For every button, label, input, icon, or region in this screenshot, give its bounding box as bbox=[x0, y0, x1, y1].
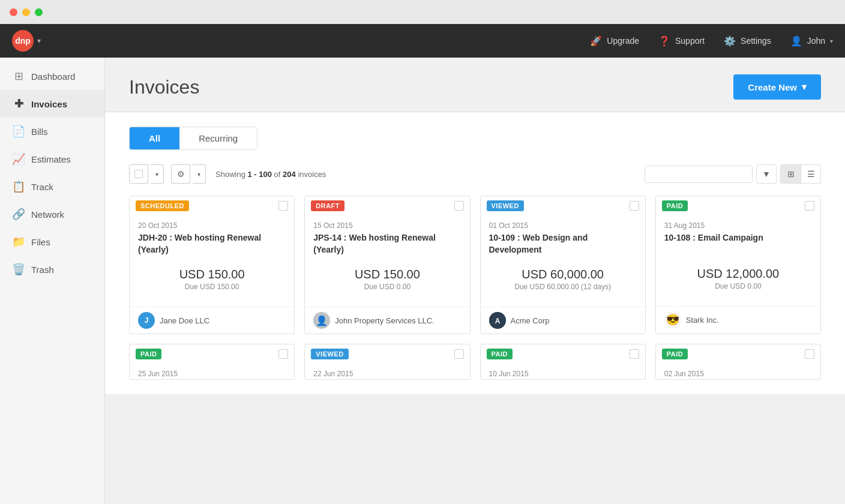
card-title-0: JDH-20 : Web hosting Renewal (Yearly) bbox=[138, 232, 286, 256]
sidebar-item-files[interactable]: 📁 Files bbox=[0, 228, 104, 256]
upgrade-label: Upgrade bbox=[607, 36, 639, 46]
invoice-card-2: VIEWED 01 Oct 2015 10-109 : Web Design a… bbox=[480, 196, 646, 334]
sidebar-label-invoices: Invoices bbox=[31, 99, 67, 109]
card-date-3: 31 Aug 2015 bbox=[664, 221, 812, 230]
create-new-button[interactable]: Create New ▾ bbox=[733, 74, 821, 100]
card-checkbox-bottom-3[interactable] bbox=[805, 349, 814, 359]
card-body-3: 31 Aug 2015 10-108 : Email Campaign USD … bbox=[656, 215, 820, 306]
sidebar-item-network[interactable]: 🔗 Network bbox=[0, 200, 104, 228]
support-nav-item[interactable]: ❓ Support bbox=[658, 35, 705, 47]
gear-icon: ⚙️ bbox=[724, 35, 736, 47]
content-area: Invoices Create New ▾ All Recurring ▾ bbox=[105, 58, 845, 504]
status-badge-2: VIEWED bbox=[487, 200, 524, 211]
client-avatar-1: 👤 bbox=[313, 312, 330, 329]
estimates-icon: 📈 bbox=[12, 152, 25, 166]
status-badge-0: SCHEDULED bbox=[136, 200, 189, 211]
checkbox-icon bbox=[134, 170, 143, 178]
card-header-bottom-0: PAID bbox=[130, 344, 294, 364]
client-name-2: Acme Corp bbox=[511, 316, 550, 325]
select-chevron-button[interactable]: ▾ bbox=[151, 164, 164, 184]
card-header-0: SCHEDULED bbox=[130, 196, 294, 215]
card-header-1: DRAFT bbox=[305, 196, 469, 215]
list-view-button[interactable]: ☰ bbox=[801, 164, 821, 184]
card-footer-1: 👤 John Property Services LLC. bbox=[305, 307, 469, 334]
card-header-bottom-1: VIEWED bbox=[305, 344, 469, 364]
bills-icon: 📄 bbox=[12, 125, 25, 138]
settings-label: Settings bbox=[741, 36, 771, 46]
search-input[interactable] bbox=[651, 170, 752, 179]
select-controls: ▾ ⚙ ▾ bbox=[129, 164, 206, 184]
title-bar bbox=[0, 0, 845, 24]
maximize-button[interactable] bbox=[35, 8, 43, 16]
sidebar-label-trash: Trash bbox=[31, 265, 54, 275]
filter-button[interactable]: ▼ bbox=[756, 164, 777, 184]
select-checkbox[interactable] bbox=[129, 164, 148, 184]
invoice-grid: SCHEDULED 20 Oct 2015 JDH-20 : Web hosti… bbox=[129, 196, 821, 334]
invoice-card-0: SCHEDULED 20 Oct 2015 JDH-20 : Web hosti… bbox=[129, 196, 295, 334]
sidebar-label-estimates: Estimates bbox=[31, 154, 71, 164]
card-checkbox-bottom-2[interactable] bbox=[630, 349, 639, 359]
sidebar-item-dashboard[interactable]: ⊞ Dashboard bbox=[0, 62, 104, 90]
card-amount-3: USD 12,000.00 bbox=[664, 267, 812, 281]
minimize-button[interactable] bbox=[22, 8, 30, 16]
sidebar-label-track: Track bbox=[31, 182, 53, 192]
tab-all[interactable]: All bbox=[130, 127, 179, 149]
card-footer-3: 😎 Stark Inc. bbox=[656, 306, 820, 333]
sidebar-label-bills: Bills bbox=[31, 127, 48, 137]
card-checkbox-2[interactable] bbox=[630, 201, 639, 211]
bulk-action-button[interactable]: ⚙ bbox=[171, 164, 190, 184]
track-icon: 📋 bbox=[12, 180, 25, 193]
invoice-card-bottom-0: PAID 25 Jun 2015 bbox=[129, 344, 295, 380]
client-avatar-0: J bbox=[138, 312, 155, 329]
filter-icon: ▼ bbox=[762, 169, 771, 179]
card-title-3: 10-108 : Email Campaign bbox=[664, 232, 812, 255]
sidebar-item-estimates[interactable]: 📈 Estimates bbox=[0, 145, 104, 173]
bulk-action-chevron[interactable]: ▾ bbox=[193, 164, 206, 184]
support-label: Support bbox=[675, 36, 705, 46]
card-header-3: PAID bbox=[656, 196, 820, 215]
search-container: 🔍 bbox=[645, 166, 753, 183]
close-button[interactable] bbox=[10, 8, 17, 16]
card-date-0: 20 Oct 2015 bbox=[138, 221, 286, 230]
card-body-1: 15 Oct 2015 JPS-14 : Web hosting Renewal… bbox=[305, 215, 469, 307]
card-due-2: Due USD 60,000.00 (12 days) bbox=[489, 283, 637, 291]
question-icon: ❓ bbox=[658, 35, 670, 47]
page-title: Invoices bbox=[129, 76, 199, 98]
card-footer-0: J Jane Doe LLC bbox=[130, 307, 294, 334]
sidebar-item-bills[interactable]: 📄 Bills bbox=[0, 118, 104, 145]
network-icon: 🔗 bbox=[12, 208, 25, 221]
user-nav-item[interactable]: 👤 John ▾ bbox=[790, 35, 833, 47]
invoice-grid-bottom: PAID 25 Jun 2015 VIEWED 22 Jun 2015 bbox=[129, 344, 821, 380]
acme-logo: A bbox=[489, 312, 506, 329]
tab-recurring[interactable]: Recurring bbox=[179, 127, 257, 149]
status-badge-bottom-2: PAID bbox=[487, 349, 513, 359]
trash-icon: 🗑️ bbox=[12, 263, 25, 276]
top-nav: dnp ▾ 🚀 Upgrade ❓ Support ⚙️ Settings 👤 … bbox=[0, 24, 845, 58]
page-header: Invoices Create New ▾ bbox=[105, 58, 845, 112]
upgrade-nav-item[interactable]: 🚀 Upgrade bbox=[590, 35, 639, 47]
tab-group: All Recurring bbox=[129, 127, 257, 150]
main-layout: ⊞ Dashboard ✚ Invoices 📄 Bills 📈 Estimat… bbox=[0, 58, 845, 504]
sidebar-item-track[interactable]: 📋 Track bbox=[0, 173, 104, 200]
files-icon: 📁 bbox=[12, 235, 25, 248]
create-new-chevron-icon: ▾ bbox=[802, 82, 807, 92]
status-badge-bottom-1: VIEWED bbox=[311, 349, 348, 359]
card-checkbox-3[interactable] bbox=[805, 201, 814, 211]
sidebar-item-trash[interactable]: 🗑️ Trash bbox=[0, 256, 104, 283]
card-checkbox-bottom-1[interactable] bbox=[454, 349, 464, 359]
status-badge-3: PAID bbox=[662, 200, 688, 211]
card-header-bottom-2: PAID bbox=[481, 344, 645, 364]
settings-nav-item[interactable]: ⚙️ Settings bbox=[724, 35, 771, 47]
client-avatar-2: A bbox=[489, 312, 506, 329]
card-checkbox-bottom-0[interactable] bbox=[278, 349, 288, 359]
invoice-card-1: DRAFT 15 Oct 2015 JPS-14 : Web hosting R… bbox=[304, 196, 470, 334]
invoice-card-bottom-3: PAID 02 Jun 2015 bbox=[655, 344, 821, 380]
user-icon: 👤 bbox=[790, 35, 802, 47]
card-header-bottom-3: PAID bbox=[656, 344, 820, 364]
list-icon: ☰ bbox=[807, 169, 815, 179]
sidebar-item-invoices[interactable]: ✚ Invoices bbox=[0, 90, 104, 118]
card-checkbox-1[interactable] bbox=[454, 201, 464, 211]
grid-view-button[interactable]: ⊞ bbox=[780, 164, 801, 184]
logo[interactable]: dnp ▾ bbox=[12, 30, 41, 52]
card-checkbox-0[interactable] bbox=[278, 201, 288, 211]
